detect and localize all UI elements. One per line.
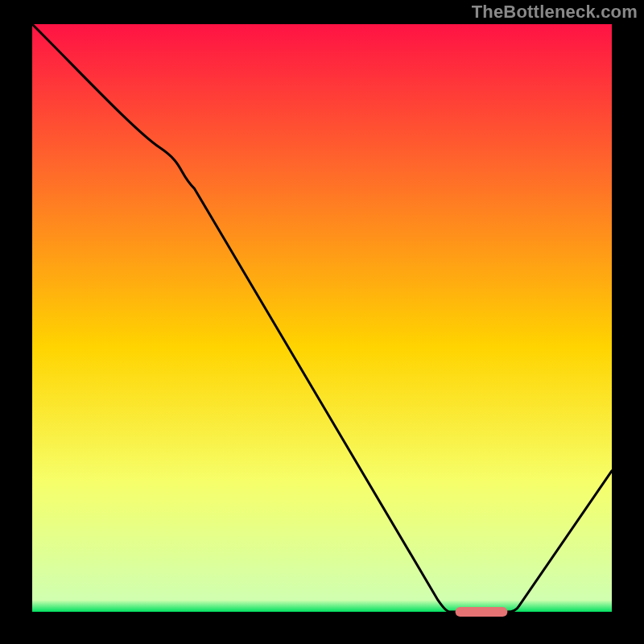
chart-svg — [0, 0, 644, 644]
watermark-text: TheBottleneck.com — [472, 2, 638, 23]
optimal-marker — [456, 607, 508, 617]
chart-container: TheBottleneck.com — [0, 0, 644, 644]
